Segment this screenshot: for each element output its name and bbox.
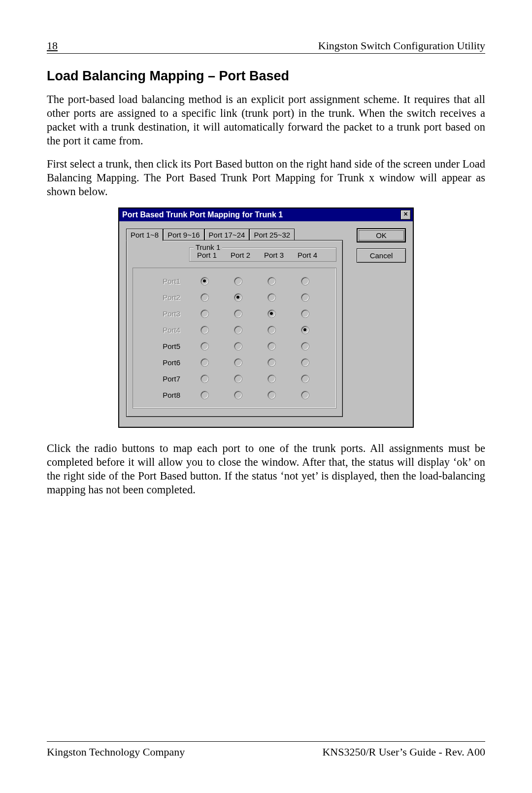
row-label: Port5 xyxy=(140,338,189,354)
radio-port7-col1[interactable] xyxy=(200,375,209,383)
dialog-right-pane: OK Cancel xyxy=(357,228,406,417)
radio-column xyxy=(260,273,283,403)
row-label: Port1 xyxy=(140,273,189,289)
radio-port1-col2[interactable] xyxy=(234,277,242,285)
radio-port5-col4[interactable] xyxy=(301,342,309,350)
radio-port3-col3[interactable] xyxy=(267,310,276,318)
row-label: Port3 xyxy=(140,306,189,322)
document-page: 18 Kingston Switch Configuration Utility… xyxy=(0,0,532,793)
running-header: 18 Kingston Switch Configuration Utility xyxy=(47,39,485,54)
window-title: Port Based Trunk Port Mapping for Trunk … xyxy=(122,210,400,219)
radio-port1-col4[interactable] xyxy=(301,277,309,285)
close-icon[interactable]: × xyxy=(400,210,411,220)
ok-button[interactable]: OK xyxy=(357,228,406,242)
cancel-button[interactable]: Cancel xyxy=(357,248,406,263)
radio-port6-col1[interactable] xyxy=(200,358,209,367)
radio-port8-col1[interactable] xyxy=(200,391,209,399)
radio-port1-col1[interactable] xyxy=(200,277,209,285)
dialog-left-pane: Port 1~8Port 9~16Port 17~24Port 25~32 Tr… xyxy=(126,228,343,417)
radio-port4-col3[interactable] xyxy=(267,326,276,334)
radio-grid: Port1Port2Port3Port4Port5Port6Port7Port8 xyxy=(133,268,336,409)
radio-port2-col2[interactable] xyxy=(234,293,242,302)
radio-port1-col3[interactable] xyxy=(267,277,276,285)
running-title: Kingston Switch Configuration Utility xyxy=(318,39,485,52)
trunk-column-header: Port 4 xyxy=(296,251,319,259)
radio-port4-col1[interactable] xyxy=(200,326,209,334)
radio-port5-col1[interactable] xyxy=(200,342,209,350)
radio-port3-col1[interactable] xyxy=(200,310,209,318)
radio-column xyxy=(193,273,216,403)
radio-port6-col2[interactable] xyxy=(234,358,242,367)
trunk-groupbox: Trunk 1 Port 1Port 2Port 3Port 4 xyxy=(189,247,336,262)
dialog-body: Port 1~8Port 9~16Port 17~24Port 25~32 Tr… xyxy=(119,221,413,427)
radio-port3-col4[interactable] xyxy=(301,310,309,318)
page-number: 18 xyxy=(47,39,58,52)
radio-port4-col2[interactable] xyxy=(234,326,242,334)
row-labels: Port1Port2Port3Port4Port5Port6Port7Port8 xyxy=(140,273,189,403)
tab-port-17-24[interactable]: Port 17~24 xyxy=(204,229,250,241)
trunk-column-header: Port 2 xyxy=(229,251,252,259)
section-heading: Load Balancing Mapping – Port Based xyxy=(47,69,485,84)
trunk-column-header: Port 1 xyxy=(196,251,218,259)
footer-left: Kingston Technology Company xyxy=(47,746,185,759)
footer-right: KNS3250/R User’s Guide - Rev. A00 xyxy=(322,746,485,759)
radio-port8-col3[interactable] xyxy=(267,391,276,399)
page-footer: Kingston Technology Company KNS3250/R Us… xyxy=(47,741,485,759)
row-label: Port8 xyxy=(140,387,189,403)
radio-port5-col3[interactable] xyxy=(267,342,276,350)
radio-port6-col3[interactable] xyxy=(267,358,276,367)
radio-column xyxy=(294,273,316,403)
dialog-window: Port Based Trunk Port Mapping for Trunk … xyxy=(118,207,414,428)
body-paragraph: The port-based load balancing method is … xyxy=(47,93,485,148)
row-label: Port6 xyxy=(140,354,189,371)
row-label: Port7 xyxy=(140,371,189,387)
radio-port3-col2[interactable] xyxy=(234,310,242,318)
radio-port4-col4[interactable] xyxy=(301,326,309,334)
body-paragraph: Click the radio buttons to map each port… xyxy=(47,442,485,497)
radio-port2-col4[interactable] xyxy=(301,293,309,302)
radio-port5-col2[interactable] xyxy=(234,342,242,350)
radio-port6-col4[interactable] xyxy=(301,358,309,367)
radio-port2-col1[interactable] xyxy=(200,293,209,302)
row-label: Port2 xyxy=(140,289,189,306)
tab-port-1-8[interactable]: Port 1~8 xyxy=(126,229,163,241)
radio-column xyxy=(227,273,249,403)
tab-port-9-16[interactable]: Port 9~16 xyxy=(163,229,204,241)
titlebar: Port Based Trunk Port Mapping for Trunk … xyxy=(119,208,413,221)
radio-columns xyxy=(189,273,331,403)
row-label: Port4 xyxy=(140,322,189,338)
radio-port8-col2[interactable] xyxy=(234,391,242,399)
radio-port8-col4[interactable] xyxy=(301,391,309,399)
radio-port7-col4[interactable] xyxy=(301,375,309,383)
tab-strip: Port 1~8Port 9~16Port 17~24Port 25~32 xyxy=(126,228,343,241)
trunk-column-header: Port 3 xyxy=(263,251,285,259)
dialog-screenshot: Port Based Trunk Port Mapping for Trunk … xyxy=(118,207,414,428)
groupbox-legend: Trunk 1 xyxy=(194,243,222,251)
radio-port2-col3[interactable] xyxy=(267,293,276,302)
radio-port7-col3[interactable] xyxy=(267,375,276,383)
radio-port7-col2[interactable] xyxy=(234,375,242,383)
trunk-column-headers: Port 1Port 2Port 3Port 4 xyxy=(194,251,332,259)
tab-pane: Trunk 1 Port 1Port 2Port 3Port 4 Port1Po… xyxy=(126,240,343,417)
body-paragraph: First select a trunk, then click its Por… xyxy=(47,157,485,199)
tab-port-25-32[interactable]: Port 25~32 xyxy=(249,229,295,241)
